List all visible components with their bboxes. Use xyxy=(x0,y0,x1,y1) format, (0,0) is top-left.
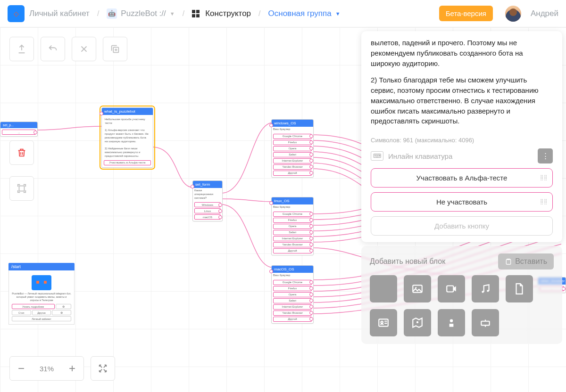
paste-button[interactable]: Вставить xyxy=(498,253,554,270)
node-windows-os[interactable]: windows_OS Ваш браузер Google Chrome Fir… xyxy=(271,119,314,178)
video-block-button[interactable] xyxy=(438,275,465,302)
zoom-in-button[interactable]: + xyxy=(61,362,83,375)
node-title: linux_OS xyxy=(272,197,313,204)
option: Opera xyxy=(273,224,312,229)
zoom-value: 31% xyxy=(33,365,61,373)
node-text: Ваш браузер xyxy=(272,273,313,278)
option: Internet Explorer xyxy=(273,236,312,241)
inline-keyboard-row: ⌨ Инлайн клавиатура ⋮ xyxy=(371,148,553,163)
form-block-button[interactable] xyxy=(472,309,499,336)
bot-logo-icon xyxy=(32,275,51,290)
side-tools xyxy=(9,140,34,201)
svg-rect-1 xyxy=(19,186,25,191)
duplicate-button[interactable] xyxy=(103,37,127,61)
node-text: Ваш браузер xyxy=(272,127,313,132)
svg-point-12 xyxy=(450,319,453,322)
drag-handle-icon[interactable]: ⠿⠿⠿⠿ xyxy=(540,200,548,204)
breadcrumb-home[interactable]: Личный кабинет xyxy=(29,9,90,18)
node-what-is-puzzlebot[interactable]: what_is_puzzlebot Небольшая просьба учас… xyxy=(101,107,153,168)
keyboard-button-2[interactable]: Не участвовать ⠿⠿⠿⠿ xyxy=(371,192,553,212)
message-text[interactable]: вылетов, падений и прочего. Поэтому мы н… xyxy=(371,38,553,132)
node-linux-os[interactable]: linux_OS Ваш браузер Google Chrome Firef… xyxy=(271,197,314,255)
svg-rect-14 xyxy=(481,321,489,326)
bot-avatar-icon: 🤖 xyxy=(107,8,117,19)
grid-icon xyxy=(192,10,200,17)
chevron-down-icon: ▼ xyxy=(170,11,175,16)
pill-label: Не участвовать xyxy=(436,198,487,206)
inline-keyboard-label: Инлайн клавиатура xyxy=(388,152,452,160)
block-grid xyxy=(370,275,554,336)
pill-label: Участвовать в Альфа-тесте xyxy=(416,174,508,182)
node-macos-os[interactable]: macOS_OS Ваш браузер Google Chrome Firef… xyxy=(271,265,314,324)
breadcrumb-constructor[interactable]: Конструктор xyxy=(192,9,251,18)
canvas-toolbar xyxy=(9,37,127,61)
app-logo[interactable] xyxy=(8,5,25,22)
upload-button[interactable] xyxy=(9,37,34,61)
svg-rect-3 xyxy=(507,259,511,264)
header: Личный кабинет / 🤖 PuzzleBot :// ▼ / Кон… xyxy=(0,0,566,27)
contact-block-button[interactable] xyxy=(370,309,397,336)
audio-block-button[interactable] xyxy=(472,275,499,302)
option: Internet Explorer xyxy=(273,304,312,310)
zoom-controls: − 31% + xyxy=(9,356,115,381)
beta-badge[interactable]: Бета-версия xyxy=(439,6,493,21)
node-title: windows_OS xyxy=(272,120,313,127)
node-title: set_form xyxy=(193,181,222,188)
more-menu-button[interactable]: ⋮ xyxy=(538,148,553,163)
drag-handle-icon[interactable]: ⠿⠿⠿⠿ xyxy=(540,176,548,180)
breadcrumb-group[interactable]: Основная группа ▼ xyxy=(268,9,341,18)
keyboard-icon: ⌨ xyxy=(371,151,383,161)
add-button[interactable]: Добавить кнопку xyxy=(371,216,553,236)
constructor-label: Конструктор xyxy=(205,9,251,18)
breadcrumb-bot[interactable]: 🤖 PuzzleBot :// ▼ xyxy=(107,8,175,19)
start-description: PuzzleBot — Личный персональный telegram… xyxy=(12,292,71,302)
start-btn: Другое xyxy=(32,310,51,315)
undo-button[interactable] xyxy=(41,37,65,61)
node-start[interactable]: /start PuzzleBot — Личный персональный t… xyxy=(8,263,75,325)
option: Opera xyxy=(273,146,312,151)
option: macOS xyxy=(194,214,221,220)
option: Safari xyxy=(273,230,312,235)
option: Другой xyxy=(273,248,312,253)
frame-button[interactable] xyxy=(9,176,34,201)
svg-point-7 xyxy=(482,291,483,293)
paragraph: 2) Только благодаря тебе мы сможем улучш… xyxy=(371,75,553,126)
node-text: Ваш браузер xyxy=(272,204,313,210)
start-btn: ⚙ xyxy=(56,304,72,309)
node-text: Какая операционная система? xyxy=(193,188,222,201)
start-btn: ⚙ xyxy=(52,310,71,315)
fit-screen-button[interactable] xyxy=(91,356,115,381)
start-btn: Стоп xyxy=(12,310,31,315)
sticker-block-button[interactable] xyxy=(438,309,465,336)
start-btn: Узнать подробнее xyxy=(12,304,55,309)
close-button[interactable] xyxy=(72,37,96,61)
text-block-button[interactable] xyxy=(370,275,397,302)
breadcrumb-sep: / xyxy=(94,9,102,18)
node-text: Небольшая просьба участнику теста:1) Аль… xyxy=(104,117,151,159)
node-fragment[interactable]: set_p... ... xyxy=(0,122,38,137)
user-name: Андрей xyxy=(531,9,558,18)
paragraph: вылетов, падений и прочего. Поэтому мы н… xyxy=(371,38,553,68)
svg-rect-13 xyxy=(449,324,454,327)
breadcrumb-sep: / xyxy=(180,9,187,18)
char-count: Символов: 961 (максимально: 4096) xyxy=(371,137,553,144)
bot-name: PuzzleBot :// xyxy=(121,9,166,18)
keyboard-button-1[interactable]: Участвовать в Альфа-тесте ⠿⠿⠿⠿ xyxy=(371,168,553,188)
location-block-button[interactable] xyxy=(404,309,431,336)
svg-point-10 xyxy=(381,321,383,323)
node-set-form[interactable]: set_form Какая операционная система? Win… xyxy=(192,180,223,221)
option: Yandex Browser xyxy=(273,164,312,170)
zoom-out-button[interactable]: − xyxy=(10,362,33,375)
node-button: Участвовать в Альфа-тесте xyxy=(104,160,151,165)
option: Google Chrome xyxy=(273,134,312,139)
node-title: macOS_OS xyxy=(272,266,313,273)
svg-point-11 xyxy=(416,321,418,323)
image-block-button[interactable] xyxy=(404,275,431,302)
option: Другой xyxy=(273,317,312,322)
option: Google Chrome xyxy=(273,212,312,217)
user-avatar[interactable] xyxy=(505,6,521,22)
option: Firefox xyxy=(273,140,312,145)
delete-button[interactable] xyxy=(9,140,34,165)
option: Другой xyxy=(273,171,312,176)
file-block-button[interactable] xyxy=(506,275,533,302)
